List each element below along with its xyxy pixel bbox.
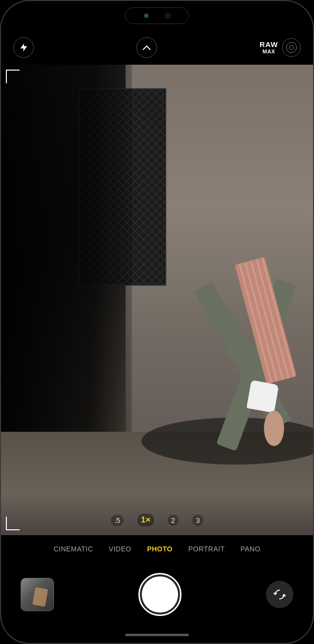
subject-person: [148, 135, 288, 488]
chevron-up-button[interactable]: [136, 37, 157, 58]
zoom-controls: .5 1× 2 3: [1, 514, 313, 526]
shoe: [246, 380, 279, 413]
mode-pano[interactable]: PANO: [239, 543, 262, 555]
shutter-button[interactable]: [138, 573, 182, 616]
shutter-inner-circle: [142, 576, 178, 613]
dynamic-island: [125, 7, 189, 24]
front-camera-sensor: [165, 13, 171, 19]
zoom-point5-button[interactable]: .5: [111, 515, 124, 526]
mode-cinematic[interactable]: CINEMATIC: [52, 543, 94, 555]
zoom-3x-button[interactable]: 3: [192, 515, 203, 526]
home-indicator: [1, 626, 313, 643]
camera-preview: [1, 65, 313, 535]
raw-max-group: RAW MAX: [260, 38, 301, 57]
mode-selector: CINEMATIC VIDEO PHOTO PORTRAIT PANO: [1, 535, 313, 563]
home-bar: [125, 634, 189, 636]
flash-button[interactable]: [13, 37, 34, 58]
mode-video[interactable]: VIDEO: [108, 543, 132, 555]
zoom-2x-button[interactable]: 2: [168, 515, 179, 526]
phone-frame: RAW MAX: [0, 0, 314, 644]
viewfinder: .5 1× 2 3: [1, 65, 313, 535]
status-bar: [1, 1, 313, 30]
thumbnail-preview: [21, 578, 53, 611]
top-controls-bar: RAW MAX: [1, 30, 313, 65]
flip-camera-button[interactable]: [266, 581, 293, 608]
camera-activity-indicator: [144, 13, 149, 18]
head: [264, 411, 284, 446]
mode-photo[interactable]: PHOTO: [146, 543, 174, 555]
live-photo-button[interactable]: [282, 38, 301, 57]
phone-inner: RAW MAX: [1, 1, 313, 643]
live-photo-icon: [286, 42, 297, 53]
corner-bracket-top-left: [6, 70, 20, 83]
flip-camera-icon: [273, 588, 286, 601]
zoom-1x-button[interactable]: 1×: [137, 514, 154, 526]
raw-max-label[interactable]: RAW MAX: [260, 41, 278, 55]
mode-portrait[interactable]: PORTRAIT: [187, 543, 226, 555]
thumb-subject: [32, 587, 48, 607]
last-photo-thumbnail[interactable]: [21, 578, 54, 611]
camera-controls: [1, 563, 313, 626]
